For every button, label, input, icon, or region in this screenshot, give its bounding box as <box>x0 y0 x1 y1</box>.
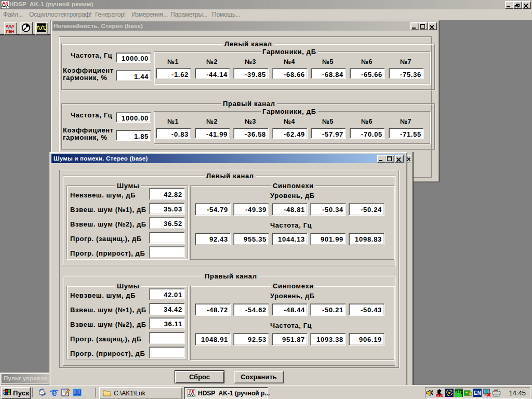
svg-text:АК: АК <box>2 1 8 6</box>
svg-text:e: e <box>51 388 57 397</box>
svg-text:ГЕН: ГЕН <box>6 29 15 34</box>
svg-text:RES: RES <box>436 394 443 397</box>
svg-text:АК: АК <box>189 389 195 394</box>
svg-text:EN: EN <box>474 390 481 396</box>
